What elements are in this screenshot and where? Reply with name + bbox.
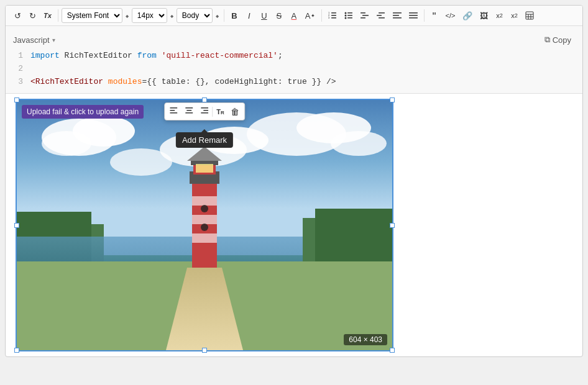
svg-point-55 (201, 224, 208, 231)
svg-point-54 (201, 205, 208, 212)
bold-button[interactable]: B (227, 8, 241, 23)
svg-rect-14 (361, 17, 365, 19)
image-insert-button[interactable]: 🖼 (477, 8, 491, 23)
language-selector[interactable]: Javascript ▾ (13, 35, 55, 45)
align-center-button[interactable] (182, 105, 196, 118)
svg-rect-21 (409, 12, 418, 14)
svg-rect-2 (331, 17, 336, 19)
separator-3 (321, 9, 322, 22)
align-button[interactable] (390, 8, 405, 23)
link-button[interactable]: 🔗 (459, 8, 475, 23)
separator-2 (224, 9, 224, 22)
svg-rect-20 (393, 17, 402, 19)
superscript-button[interactable]: x2 (507, 8, 521, 23)
resize-handle-bottom-right[interactable] (390, 348, 395, 353)
code-content-1: import RichTextEditor from 'quill-react-… (30, 50, 283, 63)
svg-point-37 (331, 131, 387, 156)
code-line-3: 3 <RichTextEditor modules={{ table: {}, … (13, 76, 575, 89)
underline-button[interactable]: U (257, 8, 271, 23)
font-family-select[interactable]: System Font (62, 8, 122, 23)
line-number-3: 3 (13, 76, 23, 89)
code-lines: 1 import RichTextEditor from 'quill-reac… (6, 50, 582, 88)
redo-button[interactable]: ↻ (25, 8, 39, 23)
svg-text:3: 3 (328, 16, 330, 19)
align-left-button[interactable] (167, 105, 181, 118)
svg-rect-47 (192, 196, 217, 206)
svg-rect-17 (379, 17, 385, 19)
svg-rect-24 (526, 12, 533, 19)
copy-icon: ⧉ (544, 35, 550, 45)
upload-fail-badge[interactable]: Upload fail & click to upload again (22, 105, 144, 119)
image-placeholder[interactable]: Upload fail & click to upload again Tr 🗑 (17, 100, 392, 350)
indent-list-button[interactable] (357, 8, 372, 23)
strikethrough-button[interactable]: S (272, 8, 286, 23)
highlight-button[interactable]: A✦ (302, 8, 318, 23)
language-label: Javascript (13, 35, 50, 45)
svg-rect-18 (393, 12, 402, 14)
resize-handle-top-left[interactable] (14, 97, 19, 102)
resize-handle-middle-right[interactable] (390, 223, 395, 228)
text-style-select[interactable]: Body (177, 8, 213, 23)
line-number-2: 2 (13, 63, 23, 76)
svg-point-9 (344, 12, 346, 14)
code-line-1: 1 import RichTextEditor from 'quill-reac… (13, 50, 575, 63)
svg-rect-0 (331, 12, 336, 14)
resize-handle-middle-left[interactable] (14, 223, 19, 228)
add-remark-tooltip[interactable]: Add Remark (176, 132, 233, 148)
svg-rect-7 (347, 15, 352, 16)
svg-rect-61 (186, 110, 191, 111)
svg-rect-15 (379, 12, 385, 14)
copy-label: Copy (553, 35, 571, 45)
svg-rect-56 (196, 164, 213, 173)
ordered-list-button[interactable]: 123 (325, 8, 340, 23)
code-block-area: Javascript ▾ ⧉ Copy 1 import RichTextEdi… (6, 26, 582, 94)
undo-button[interactable]: ↺ (11, 8, 24, 23)
blockquote-button[interactable]: " (428, 8, 441, 23)
font-size-select[interactable]: 14px (132, 8, 167, 23)
editor-toolbar: ↺ ↻ Tx System Font ⬥ 14px ⬥ Body ⬥ B I U… (6, 6, 582, 26)
svg-rect-58 (170, 110, 175, 111)
svg-rect-48 (192, 215, 217, 224)
code-inline-button[interactable]: </> (443, 8, 459, 23)
image-toolbar: Tr 🗑 (164, 102, 245, 120)
resize-handle-bottom-center[interactable] (202, 348, 207, 353)
editor-container: ↺ ↻ Tx System Font ⬥ 14px ⬥ Body ⬥ B I U… (5, 5, 583, 357)
svg-rect-6 (347, 12, 352, 14)
image-area: Upload fail & click to upload again Tr 🗑 (6, 94, 582, 356)
font-color-button[interactable]: A (287, 8, 301, 23)
copy-button[interactable]: ⧉ Copy (541, 34, 575, 46)
svg-rect-12 (361, 12, 365, 14)
code-content-3: <RichTextEditor modules={{ table: {}, co… (30, 76, 336, 89)
svg-rect-8 (347, 17, 352, 19)
svg-point-11 (344, 17, 346, 19)
resize-handle-top-center[interactable] (202, 97, 207, 102)
svg-rect-22 (409, 15, 418, 16)
svg-point-10 (344, 15, 346, 17)
line-number-1: 1 (13, 50, 23, 63)
image-wrapper: Upload fail & click to upload again Tr 🗑 (16, 99, 393, 351)
outdent-button[interactable] (374, 8, 388, 23)
svg-rect-60 (185, 107, 193, 109)
code-content-2 (30, 63, 35, 76)
delete-image-button[interactable]: 🗑 (228, 106, 242, 118)
svg-point-32 (42, 131, 91, 156)
svg-rect-23 (409, 17, 418, 19)
table-button[interactable] (522, 8, 537, 23)
italic-button[interactable]: I (242, 8, 256, 23)
svg-rect-59 (170, 112, 177, 114)
resize-handle-bottom-left[interactable] (14, 348, 19, 353)
justify-button[interactable] (406, 8, 421, 23)
clear-format-button[interactable]: Tx (40, 8, 55, 23)
svg-rect-64 (203, 110, 208, 111)
subscript-button[interactable]: x2 (492, 8, 506, 23)
unordered-list-button[interactable] (341, 8, 356, 23)
code-block-header: Javascript ▾ ⧉ Copy (6, 31, 582, 50)
chevron-down-icon: ▾ (52, 37, 55, 43)
align-right-button[interactable] (197, 105, 211, 118)
svg-rect-1 (331, 15, 336, 16)
svg-rect-16 (377, 15, 382, 16)
separator-1 (58, 9, 58, 22)
resize-handle-top-right[interactable] (390, 97, 395, 102)
resize-text-button[interactable]: Tr (214, 107, 227, 117)
svg-rect-62 (185, 112, 193, 114)
